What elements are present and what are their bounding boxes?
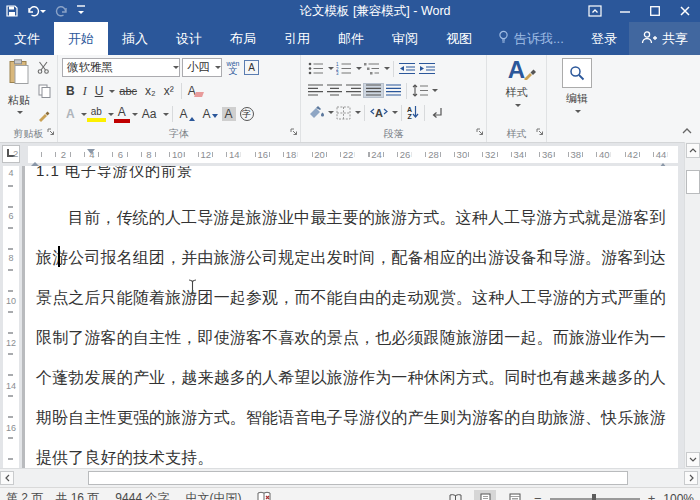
font-color-button[interactable]: A: [114, 106, 130, 123]
undo-button[interactable]: [27, 5, 46, 17]
line-spacing-button[interactable]: [410, 84, 430, 97]
doc-line[interactable]: 旅游公司报名组团，并由旅游公司规定出发时间，配备相应的出游设备和导游。游客到达: [36, 248, 666, 269]
zoom-level[interactable]: 100%: [663, 492, 694, 500]
ribbon-tab[interactable]: 设计: [162, 22, 216, 55]
save-icon[interactable]: [6, 5, 18, 17]
collapse-ribbon-button[interactable]: [682, 120, 692, 138]
zoom-in-button[interactable]: +: [648, 491, 656, 500]
font-dialog-launcher[interactable]: [290, 122, 298, 140]
asian-layout-button[interactable]: A: [368, 106, 390, 119]
multilevel-dropdown[interactable]: [384, 67, 390, 73]
character-shading-button[interactable]: A: [222, 107, 236, 121]
redo-icon[interactable]: [55, 5, 68, 17]
strikethrough-button[interactable]: abc: [115, 85, 141, 97]
close-button[interactable]: [670, 0, 700, 22]
ribbon-tab[interactable]: 邮件: [324, 22, 378, 55]
subscript-button[interactable]: x₂: [141, 84, 160, 98]
doc-line[interactable]: 限制了游客的自主性，即使游客不喜欢的景点，也必须跟随旅游团一起。而旅游业作为一: [36, 328, 666, 349]
word-count[interactable]: 9444 个字: [115, 490, 169, 500]
increase-indent-button[interactable]: [417, 62, 437, 75]
read-mode-button[interactable]: [444, 490, 466, 500]
borders-dropdown[interactable]: [355, 111, 361, 117]
vertical-scrollbar[interactable]: [684, 142, 700, 468]
doc-line[interactable]: 个蓬勃发展的产业，越来越多的人希望以旅游作为一种休闲方式。同时也有越来越多的人: [36, 368, 666, 389]
line-spacing-dropdown[interactable]: [432, 89, 438, 95]
phonetic-guide-button[interactable]: wén文: [224, 60, 242, 76]
doc-line[interactable]: 景点之后只能随着旅游团一起参观，而不能自由的走动观赏。这种人工导游的方式严重的: [36, 288, 666, 309]
first-line-indent-marker[interactable]: [87, 149, 95, 158]
character-border-button[interactable]: A: [244, 60, 259, 75]
web-layout-button[interactable]: [504, 490, 526, 500]
horizontal-ruler[interactable]: 2 24681012141618202224262830323436384042…: [0, 143, 684, 166]
distributed-button[interactable]: [384, 84, 403, 97]
vertical-scroll-thumb[interactable]: [686, 170, 700, 194]
customize-qat-button[interactable]: [77, 5, 85, 17]
clipboard-dialog-launcher[interactable]: [47, 122, 55, 140]
share-button[interactable]: 共享: [629, 22, 700, 55]
doc-heading[interactable]: 1.1 电子导游仪的前景: [36, 166, 193, 181]
doc-line[interactable]: 目前，传统的人工导游是旅游业中最主要的旅游方式。这种人工导游方式就是游客到: [68, 208, 666, 229]
minimize-button[interactable]: [610, 0, 640, 22]
highlight-color-button[interactable]: ab: [87, 107, 106, 122]
asian-layout-dropdown[interactable]: [392, 111, 398, 117]
horizontal-scrollbar[interactable]: [0, 468, 700, 487]
paste-button[interactable]: 粘贴: [4, 59, 34, 121]
bold-button[interactable]: B: [62, 84, 79, 98]
editing-button[interactable]: 编辑: [547, 58, 607, 116]
zoom-slider[interactable]: [550, 498, 640, 500]
print-layout-button[interactable]: [474, 490, 496, 500]
paste-dropdown[interactable]: [17, 111, 23, 117]
scroll-left-button[interactable]: [0, 471, 14, 485]
vertical-ruler[interactable]: 4681012141618: [3, 166, 19, 468]
doc-line[interactable]: 期盼自主性更强的旅游方式。智能语音电子导游仪的产生则为游客的自助旅游、快乐旅游: [36, 408, 666, 429]
superscript-button[interactable]: x²: [160, 84, 178, 98]
numbering-button[interactable]: 123: [334, 62, 354, 75]
document-page[interactable]: 1.1 电子导游仪的前景 目前，传统的人工导游是旅游业中最主要的旅游方式。这种人…: [25, 166, 678, 468]
maximize-button[interactable]: [640, 0, 670, 22]
enclose-character-button[interactable]: 字: [240, 107, 254, 121]
scroll-right-button[interactable]: [684, 471, 698, 485]
copy-icon[interactable]: [38, 84, 51, 102]
page-indicator[interactable]: 第 2 页，共 16 页: [6, 490, 99, 500]
decrease-indent-button[interactable]: [397, 62, 417, 75]
change-case-button[interactable]: Aa: [138, 107, 161, 121]
ribbon-tab[interactable]: 视图: [432, 22, 486, 55]
editing-dropdown[interactable]: [575, 110, 581, 116]
bullets-button[interactable]: [306, 62, 326, 75]
change-case-dropdown[interactable]: [163, 113, 169, 119]
multilevel-list-button[interactable]: [362, 62, 382, 75]
align-right-button[interactable]: [344, 84, 363, 97]
font-name-combo[interactable]: 微软雅黑: [62, 58, 180, 77]
scroll-up-button[interactable]: [686, 143, 700, 158]
horizontal-scroll-thumb[interactable]: [88, 471, 628, 485]
ribbon-tab[interactable]: 引用: [270, 22, 324, 55]
align-left-button[interactable]: [306, 84, 325, 97]
ribbon-display-options-button[interactable]: [580, 0, 610, 22]
borders-button[interactable]: [334, 106, 353, 120]
ribbon-tab[interactable]: 开始: [54, 22, 108, 55]
scroll-down-button[interactable]: [686, 452, 700, 467]
styles-button[interactable]: A 样式: [487, 58, 546, 110]
italic-button[interactable]: I: [79, 84, 91, 99]
sort-button[interactable]: AZ: [405, 106, 421, 120]
undo-dropdown[interactable]: [40, 10, 46, 16]
ribbon-tab[interactable]: 插入: [108, 22, 162, 55]
align-center-button[interactable]: [325, 84, 344, 97]
grow-font-button[interactable]: A: [176, 107, 199, 121]
tell-me-box[interactable]: 告诉我...: [486, 22, 576, 55]
proofing-icon[interactable]: [257, 491, 271, 500]
underline-button[interactable]: U: [91, 84, 108, 98]
text-effects-button[interactable]: A: [62, 107, 79, 121]
justify-button[interactable]: [363, 83, 384, 98]
ribbon-tab[interactable]: 布局: [216, 22, 270, 55]
sign-in-button[interactable]: 登录: [579, 22, 629, 55]
ribbon-tab[interactable]: 审阅: [378, 22, 432, 55]
zoom-out-button[interactable]: −: [534, 491, 542, 500]
font-size-combo[interactable]: 小四: [182, 58, 222, 77]
tab-file[interactable]: 文件: [0, 22, 54, 55]
cut-icon[interactable]: [37, 60, 51, 78]
clear-formatting-button[interactable]: A: [185, 84, 199, 98]
styles-dialog-launcher[interactable]: [536, 122, 544, 140]
shading-button[interactable]: [306, 106, 326, 120]
styles-dropdown[interactable]: [515, 104, 521, 110]
